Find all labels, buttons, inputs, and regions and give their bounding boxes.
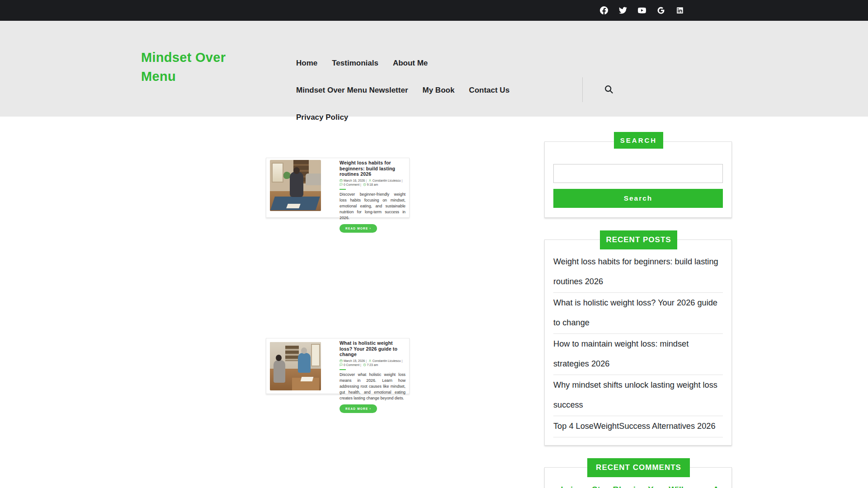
- post-author[interactable]: Constantin Liculescu: [373, 179, 401, 182]
- calendar-icon: [340, 359, 343, 362]
- post-time: 9:18 am: [367, 183, 378, 186]
- recent-posts-widget: RECENT POSTS Weight loss habits for begi…: [544, 239, 732, 446]
- social-links: [600, 0, 684, 21]
- recent-post-link[interactable]: Top 4 LoseWeightSuccess Alternatives 202…: [553, 416, 723, 437]
- post-card: What is holistic weight loss? Your 2026 …: [266, 338, 410, 394]
- author-icon: [368, 179, 372, 182]
- nav-row-1: Home Testimonials About Me: [296, 59, 428, 68]
- nav-row-2: Mindset Over Menu Newsletter My Book Con…: [296, 86, 509, 95]
- read-more-button[interactable]: READ MORE ›: [340, 224, 377, 233]
- twitter-icon[interactable]: [619, 6, 627, 14]
- recent-comments-widget: RECENT COMMENTS admin on Stop Blaming Yo…: [544, 467, 732, 488]
- recent-post-link[interactable]: How to maintain weight loss: mindset str…: [553, 334, 723, 375]
- post-excerpt: Discover beginner-friendly weight loss h…: [340, 192, 406, 221]
- recent-post-link[interactable]: What is holistic weight loss? Your 2026 …: [553, 293, 723, 334]
- clock-icon: [363, 183, 366, 186]
- comments-icon: [340, 363, 343, 366]
- read-more-button[interactable]: READ MORE ›: [340, 404, 377, 413]
- nav-row-3: Privacy Policy: [296, 113, 348, 122]
- search-widget: SEARCH Search: [544, 141, 732, 218]
- search-widget-title: SEARCH: [614, 132, 663, 149]
- search-button[interactable]: Search: [553, 189, 723, 208]
- clock-icon: [363, 363, 366, 366]
- comment-author-link[interactable]: admin: [553, 485, 578, 488]
- header-divider: [582, 77, 583, 102]
- calendar-icon: [340, 179, 343, 182]
- author-icon: [368, 359, 372, 362]
- youtube-icon[interactable]: [638, 6, 646, 14]
- search-icon[interactable]: [604, 84, 614, 94]
- meta-divider: [340, 369, 346, 370]
- search-input[interactable]: [553, 164, 723, 183]
- recent-post-link[interactable]: Why mindset shifts unlock lasting weight…: [553, 375, 723, 416]
- post-meta: March 15, 2026| Constantin Liculescu| 0 …: [340, 359, 406, 367]
- post-card: Weight loss habits for beginners: build …: [266, 158, 410, 218]
- site-header: Mindset Over Menu Home Testimonials Abou…: [0, 21, 868, 117]
- nav-item-home[interactable]: Home: [296, 59, 317, 68]
- nav-item-about-me[interactable]: About Me: [393, 59, 428, 68]
- nav-item-testimonials[interactable]: Testimonials: [332, 59, 378, 68]
- google-icon[interactable]: [657, 6, 665, 14]
- post-excerpt: Discover what holistic weight loss means…: [340, 372, 406, 401]
- post-thumbnail[interactable]: [270, 160, 321, 211]
- site-title[interactable]: Mindset Over Menu: [141, 48, 250, 86]
- post-body: What is holistic weight loss? Your 2026 …: [321, 338, 409, 394]
- post-title[interactable]: What is holistic weight loss? Your 2026 …: [340, 340, 406, 357]
- post-body: Weight loss habits for beginners: build …: [321, 158, 409, 217]
- recent-posts-title: RECENT POSTS: [600, 230, 677, 249]
- post-date: March 15, 2026: [344, 359, 365, 362]
- comment-item: admin on Stop Blaming Your Willpower: A: [553, 484, 723, 488]
- post-comment-count[interactable]: 0 Comment: [344, 183, 359, 186]
- meta-divider: [340, 189, 346, 190]
- post-title[interactable]: Weight loss habits for beginners: build …: [340, 160, 406, 177]
- nav-item-my-book[interactable]: My Book: [423, 86, 455, 95]
- page: Mindset Over Menu Home Testimonials Abou…: [0, 0, 868, 488]
- nav-item-privacy-policy[interactable]: Privacy Policy: [296, 113, 348, 122]
- post-meta: March 16, 2026| Constantin Liculescu| 0 …: [340, 178, 406, 187]
- nav-item-newsletter[interactable]: Mindset Over Menu Newsletter: [296, 86, 408, 95]
- post-author[interactable]: Constantin Liculescu: [373, 359, 401, 362]
- comment-post-link[interactable]: Stop Blaming Your Willpower: A: [592, 485, 719, 488]
- recent-comments-title: RECENT COMMENTS: [587, 458, 690, 477]
- post-thumbnail[interactable]: [270, 342, 321, 390]
- post-time: 7:23 am: [367, 363, 378, 366]
- nav-item-contact-us[interactable]: Contact Us: [469, 86, 509, 95]
- facebook-icon[interactable]: [600, 6, 608, 14]
- comments-icon: [340, 183, 343, 186]
- post-date: March 16, 2026: [344, 179, 365, 182]
- linkedin-icon[interactable]: [676, 6, 684, 14]
- post-comment-count[interactable]: 0 Comment: [344, 363, 359, 366]
- recent-posts-list: Weight loss habits for beginners: build …: [553, 252, 723, 437]
- comment-connector: on: [578, 485, 592, 488]
- recent-post-link[interactable]: Weight loss habits for beginners: build …: [553, 252, 723, 293]
- top-bar: [0, 0, 868, 21]
